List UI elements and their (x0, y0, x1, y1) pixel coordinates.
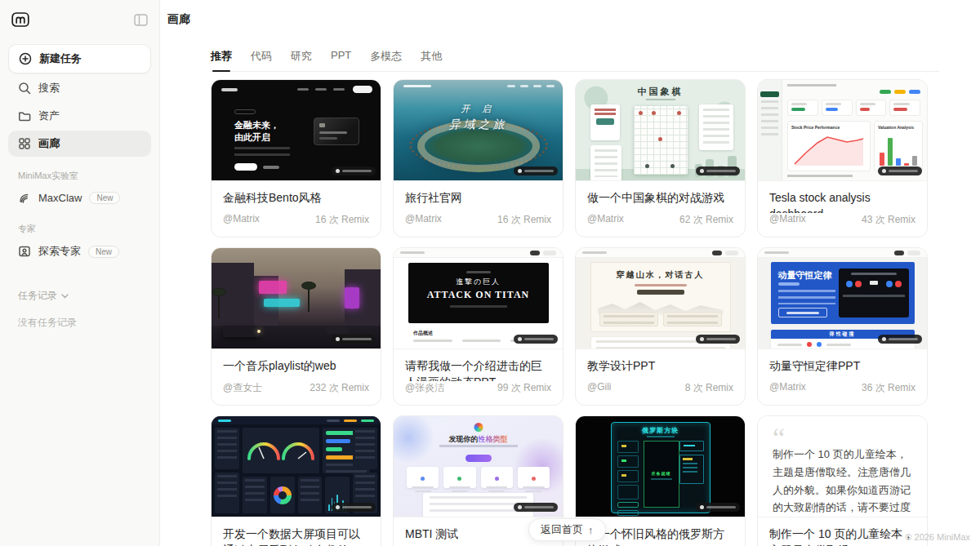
mbti-thumbnail: 发现你的性格类型 (394, 416, 563, 517)
tetris-well: 准备就绪 (644, 441, 679, 508)
card-title: 做一个中国象棋的对战游戏 (576, 181, 745, 206)
gallery-card-attack-on-titan-ppt[interactable]: 進撃の巨人 ATTACK ON TITAN 作品概述 请帮我做一个介绍进击的巨人… (393, 247, 564, 406)
neon-sign-graphic (259, 281, 287, 294)
card-title: 动量守恒定律PPT (758, 349, 927, 374)
sidebar-item-gallery[interactable]: 画廊 (8, 131, 151, 157)
new-task-label: 新建任务 (39, 51, 82, 66)
tab-multimodal[interactable]: 多模态 (370, 49, 402, 71)
stock-line-chart: Stock Price Performance (787, 121, 871, 171)
plus-circle-icon (19, 52, 32, 65)
sidebar-item-explore-experts[interactable]: 探索专家 New (8, 238, 151, 264)
momentum-thumbnail: 动量守恒定律 (758, 248, 927, 349)
sidebar: 新建任务 搜索 资产 画廊 MiniMax实验室 MaxClaw New 专家 … (0, 0, 160, 546)
card-title: 金融科技Bento风格 (212, 181, 381, 206)
maxclaw-label: MaxClaw (38, 192, 82, 204)
gallery-card-fintech-bento[interactable]: 金融未来，由此开启 金融科技Bento风格 @Matrix 16 次 Remix (211, 79, 381, 237)
search-icon (18, 82, 31, 95)
folder-icon (18, 109, 31, 122)
card-remix-count: 16 次 Remix (497, 213, 551, 227)
card-remix-count: 62 次 Remix (679, 213, 733, 227)
card-title: 旅行社官网 (394, 181, 563, 206)
chess-title: 中国象棋 (576, 86, 745, 98)
gallery-card-teaching-ppt[interactable]: 穿越山水，对话古人 教学设计PPT @Gili 8 (575, 247, 746, 406)
minimax-watermark-badge (696, 503, 740, 512)
sidebar-item-maxclaw[interactable]: MaxClaw New (8, 185, 151, 210)
task-history-toggle[interactable]: 任务记录 (8, 289, 151, 303)
fintech-hero-heading: 金融未来，由此开启 (234, 119, 279, 144)
card-title: 开发一个数据大屏项目可以通过大屏看到各种有趣的数据，直观 (212, 517, 381, 546)
mbti-logo-graphic (474, 423, 483, 432)
card-title: 一个音乐playlist的web (212, 349, 381, 374)
new-task-button[interactable]: 新建任务 (8, 44, 151, 73)
expert-icon (18, 245, 31, 258)
gallery-card-momentum-ppt[interactable]: 动量守恒定律 (757, 247, 928, 406)
music-city-thumbnail (212, 248, 381, 349)
search-label: 搜索 (38, 81, 60, 95)
physics-diagram-panel (839, 269, 909, 317)
tab-bar: 推荐 代码 研究 PPT 多模态 其他 (211, 49, 939, 72)
donut-chart-graphic (270, 477, 295, 513)
maxclaw-icon (18, 191, 31, 204)
titan-thumbnail: 進撃の巨人 ATTACK ON TITAN 作品概述 (394, 248, 563, 349)
momentum-title-slide: 动量守恒定律 (771, 262, 915, 324)
mbti-start-button-graphic (466, 455, 492, 462)
gallery-card-tesla-dashboard[interactable]: Stock Price Performance Valuation Analys… (757, 79, 928, 237)
fintech-thumbnail: 金融未来，由此开启 (212, 80, 381, 181)
gallery-card-data-screen[interactable]: 开发一个数据大屏项目可以通过大屏看到各种有趣的数据，直观 (211, 415, 381, 546)
card-author: @张炎洁 (405, 381, 444, 395)
card-title: 请帮我做一个介绍进击的巨人漫画的动态PPT (394, 349, 563, 381)
credit-card-graphic (314, 118, 359, 145)
quote-thumbnail: “ 制作一个 10 页的儿童绘本，主题是唐僧取经。注意唐僧几人的外貌。如果你知道… (758, 416, 927, 517)
gallery-card-music-playlist[interactable]: 一个音乐playlist的web @查女士 232 次 Remix (211, 247, 381, 406)
card-remix-count: 16 次 Remix (315, 213, 369, 227)
gallery-card-picture-book[interactable]: “ 制作一个 10 页的儿童绘本，主题是唐僧取经。注意唐僧几人的外貌。如果你知道… (757, 415, 928, 546)
lab-section-label: MiniMax实验室 (18, 170, 141, 182)
minimax-watermark-badge (514, 503, 558, 512)
formula-button-graphic (778, 308, 827, 317)
card-grid: 金融未来，由此开启 金融科技Bento风格 @Matrix 16 次 Remix (211, 79, 980, 546)
tab-recommended[interactable]: 推荐 (211, 49, 232, 71)
tab-ppt[interactable]: PPT (331, 49, 351, 71)
quote-text: 制作一个 10 页的儿童绘本，主题是唐僧取经。注意唐僧几人的外貌。如果你知道西游… (773, 446, 912, 517)
sidebar-collapse-icon[interactable] (134, 14, 148, 26)
gallery-card-travel-site[interactable]: 开 启 异域之旅 旅行社官网 @Matrix 16 次 Remix (393, 79, 564, 237)
minimax-watermark-badge (514, 335, 558, 344)
gallery-card-chinese-chess[interactable]: 中国象棋 (575, 79, 746, 237)
minimax-watermark-badge (514, 166, 558, 175)
card-remix-count: 232 次 Remix (310, 381, 369, 395)
card-author: @查女士 (223, 381, 262, 395)
valuation-bar-chart: Valuation Analysis (874, 121, 923, 171)
mbti-heading: 发现你的性格类型 (394, 434, 563, 445)
card-remix-count: 8 次 Remix (685, 381, 733, 395)
back-to-home-label: 返回首页 (541, 522, 583, 537)
tab-other[interactable]: 其他 (421, 49, 442, 71)
main-area: 画廊 推荐 代码 研究 PPT 多模态 其他 金融未来，由此开启 (160, 0, 980, 546)
gallery-label: 画廊 (38, 136, 60, 151)
sidebar-item-assets[interactable]: 资产 (8, 103, 151, 129)
tab-code[interactable]: 代码 (251, 49, 272, 71)
grid-icon (18, 137, 31, 150)
chess-board-graphic (634, 106, 688, 175)
titan-title-slide: 進撃の巨人 ATTACK ON TITAN (408, 263, 549, 323)
tetris-game-frame: 俄罗斯方块 准备就绪 (611, 422, 710, 513)
tetris-thumbnail: 俄罗斯方块 准备就绪 (576, 416, 745, 517)
new-badge: New (88, 246, 119, 258)
card-author: @Matrix (405, 213, 442, 227)
new-badge: New (89, 192, 120, 204)
sidebar-header (8, 10, 151, 28)
data-screen-thumbnail (212, 416, 381, 517)
sidebar-item-search[interactable]: 搜索 (8, 75, 151, 101)
task-history-empty-text: 没有任务记录 (8, 316, 151, 330)
gauges-panel (243, 428, 319, 473)
tab-research[interactable]: 研究 (291, 49, 312, 71)
back-to-home-button[interactable]: 返回首页 ↑ (528, 518, 606, 541)
explore-experts-label: 探索专家 (38, 244, 81, 259)
teaching-thumbnail: 穿越山水，对话古人 (576, 248, 745, 349)
minimax-watermark-badge (332, 335, 376, 344)
minimax-watermark-badge (878, 335, 922, 344)
arrow-up-icon: ↑ (588, 524, 594, 536)
card-remix-count: 99 次 Remix (497, 381, 551, 395)
car-graphic (223, 326, 259, 337)
card-author: @Gili (587, 381, 612, 395)
travel-overlay-text: 开 启 异域之旅 (394, 103, 563, 132)
